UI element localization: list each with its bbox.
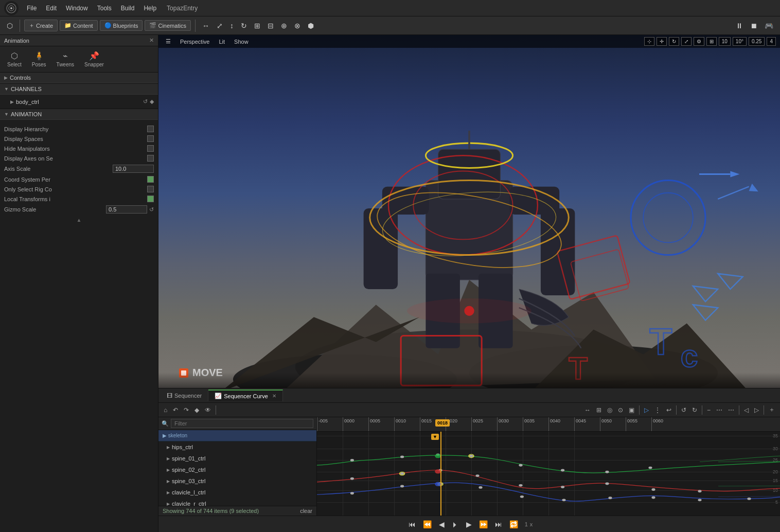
- vp-snap-dist-btn[interactable]: 0.25: [749, 37, 765, 46]
- vp-cursor-btn[interactable]: ⊹: [644, 37, 654, 46]
- vp-show-btn[interactable]: Show: [231, 38, 252, 46]
- menu-help[interactable]: Help: [139, 3, 161, 14]
- transform-w-btn[interactable]: ⤢: [214, 20, 225, 31]
- pb-start-btn[interactable]: ⏮: [406, 519, 418, 529]
- select-mode-btn[interactable]: ⬡: [4, 20, 15, 31]
- menu-build[interactable]: Build: [117, 3, 139, 14]
- vp-rotate-btn[interactable]: ↻: [669, 37, 679, 46]
- menu-tools[interactable]: Tools: [93, 3, 116, 14]
- vp-camera-btn[interactable]: 4: [767, 37, 776, 46]
- seq-tb-minus-btn[interactable]: −: [705, 405, 713, 415]
- seq-tb-r6[interactable]: ⋮: [652, 405, 663, 415]
- animation-collapse-btn[interactable]: ▲: [4, 215, 154, 225]
- cinematics-button[interactable]: 🎬 Cinematics: [145, 20, 190, 31]
- poses-tool-btn[interactable]: 🧍 Poses: [29, 49, 49, 69]
- tweens-tool-btn[interactable]: ⌁ Tweens: [54, 49, 77, 69]
- pb-play-btn[interactable]: ⏵: [449, 519, 462, 529]
- seq-tb-r4[interactable]: ⊙: [616, 405, 625, 415]
- seq-tb-key-btn[interactable]: ◆: [192, 405, 201, 415]
- vp-move-btn[interactable]: ✛: [657, 37, 667, 46]
- seq-tb-r5[interactable]: ▣: [627, 405, 636, 415]
- select-tool-btn[interactable]: ⬡ Select: [4, 49, 25, 69]
- vp-lit-btn[interactable]: Lit: [216, 38, 228, 46]
- controls-header[interactable]: ▶ Controls: [0, 73, 158, 83]
- hide-manipulators-checkbox[interactable]: [147, 145, 154, 152]
- transform-8-btn[interactable]: ⊗: [292, 20, 303, 31]
- list-item-spine01-ctrl[interactable]: ▶ spine_01_ctrl: [158, 453, 316, 464]
- seq-tb-undo-btn[interactable]: ↺: [679, 405, 688, 415]
- transform-7-btn[interactable]: ⊕: [278, 20, 290, 31]
- pb-next-frame-btn[interactable]: ⏩: [476, 519, 490, 529]
- list-item-hips-ctrl[interactable]: ▶ hips_ctrl: [158, 441, 316, 453]
- sequencer-timeline[interactable]: -005 0000 0005 0010 0015 0020 0025 0030 …: [317, 417, 780, 516]
- menu-window[interactable]: Window: [62, 3, 92, 14]
- pb-loop-btn[interactable]: 🔁: [507, 519, 521, 529]
- channel-reset-btn[interactable]: ↺: [143, 98, 148, 105]
- vp-grid-size-btn[interactable]: 10: [719, 37, 731, 46]
- seq-tb-back-btn[interactable]: ↶: [171, 405, 180, 415]
- vp-menu-btn[interactable]: ☰: [163, 37, 174, 46]
- transform-6-btn[interactable]: ⊟: [265, 20, 276, 31]
- seq-tb-more-btn[interactable]: ⋯: [726, 405, 736, 415]
- gamepad-button[interactable]: 🎮: [762, 20, 776, 31]
- list-item-clavicle-l-ctrl[interactable]: ▶ clavicle_l_ctrl: [158, 487, 316, 498]
- create-button[interactable]: ＋ Create: [24, 20, 58, 31]
- seq-tb-redo-btn[interactable]: ↻: [690, 405, 699, 415]
- seq-curve-tab-close[interactable]: ✕: [272, 393, 276, 399]
- seq-tb-r2[interactable]: ⊞: [594, 405, 604, 415]
- menu-edit[interactable]: Edit: [42, 3, 61, 14]
- blueprints-button[interactable]: 🔵 Blueprints: [100, 20, 143, 31]
- gizmo-scale-reset-btn[interactable]: ↺: [149, 206, 154, 213]
- seq-tb-forward-btn[interactable]: ↷: [182, 405, 191, 415]
- display-spaces-checkbox[interactable]: [147, 135, 154, 142]
- vp-grid-btn[interactable]: ⊞: [706, 37, 717, 46]
- seq-tb-r1[interactable]: ↔: [582, 405, 593, 415]
- coord-system-checkbox[interactable]: [147, 176, 154, 183]
- channel-item-body-ctrl[interactable]: ▶ body_ctrl ↺ ◆: [0, 97, 158, 107]
- list-item-spine03-ctrl[interactable]: ▶ spine_03_ctrl: [158, 475, 316, 487]
- seq-tb-left-btn[interactable]: ◁: [742, 405, 751, 415]
- only-select-checkbox[interactable]: [147, 186, 154, 192]
- sequencer-curve-tab[interactable]: 📈 Sequencer Curve ✕: [208, 389, 283, 401]
- seq-tb-blue-btn[interactable]: ▷: [642, 405, 651, 415]
- vp-settings-btn[interactable]: ⚙: [694, 37, 704, 46]
- seq-tb-add-btn[interactable]: ＋: [767, 404, 777, 415]
- pb-end-btn[interactable]: ⏭: [492, 519, 505, 529]
- sequencer-filter-input[interactable]: [171, 419, 313, 428]
- snapper-tool-btn[interactable]: 📌 Snapper: [81, 49, 107, 69]
- axis-scale-input[interactable]: [113, 165, 154, 173]
- menu-file[interactable]: File: [23, 3, 41, 14]
- animation-header[interactable]: ▼ ANIMATION: [0, 109, 158, 120]
- vp-perspective-btn[interactable]: Perspective: [177, 38, 212, 46]
- pb-next-key-btn[interactable]: ▶: [464, 519, 474, 529]
- clear-filter-btn[interactable]: clear: [300, 508, 312, 514]
- content-button[interactable]: 📁 Content: [60, 20, 98, 31]
- seq-tb-r7[interactable]: ↩: [664, 405, 673, 415]
- seq-tb-settings-btn[interactable]: ⋯: [714, 405, 724, 415]
- list-item-spine02-ctrl[interactable]: ▶ spine_02_ctrl: [158, 464, 316, 475]
- transform-9-btn[interactable]: ⬢: [305, 20, 316, 31]
- pb-prev-key-btn[interactable]: ◀: [436, 519, 447, 529]
- pause-button[interactable]: ⏸: [733, 20, 746, 31]
- gizmo-scale-input[interactable]: [106, 205, 147, 214]
- channel-key-btn[interactable]: ◆: [150, 98, 154, 105]
- vp-snap-angle-btn[interactable]: 10°: [733, 37, 747, 46]
- sequencer-tab[interactable]: 🎞 Sequencer: [161, 391, 208, 401]
- animation-tab-close[interactable]: ✕: [149, 37, 154, 44]
- display-hierarchy-checkbox[interactable]: [147, 126, 154, 132]
- transform-5-btn[interactable]: ⊞: [252, 20, 263, 31]
- seq-tb-minus2-btn[interactable]: ▷: [752, 405, 761, 415]
- seq-tb-r3[interactable]: ◎: [605, 405, 614, 415]
- transform-e-btn[interactable]: ↕: [227, 20, 236, 31]
- channels-header[interactable]: ▼ CHANNELS: [0, 84, 158, 95]
- list-item-clavicle-r-ctrl[interactable]: ▶ clavicle_r_ctrl: [158, 498, 316, 506]
- transform-q-btn[interactable]: ↔: [200, 20, 212, 31]
- seq-tb-eye-btn[interactable]: 👁: [203, 405, 213, 415]
- display-axes-checkbox[interactable]: [147, 155, 154, 162]
- transform-r-btn[interactable]: ↻: [238, 20, 250, 31]
- seq-tb-home-btn[interactable]: ⌂: [162, 405, 169, 415]
- pb-prev-frame-btn[interactable]: ⏪: [420, 519, 434, 529]
- stop-button[interactable]: ⏹: [748, 20, 760, 31]
- local-transforms-checkbox[interactable]: [147, 196, 154, 202]
- vp-scale-btn[interactable]: ⤢: [681, 37, 692, 46]
